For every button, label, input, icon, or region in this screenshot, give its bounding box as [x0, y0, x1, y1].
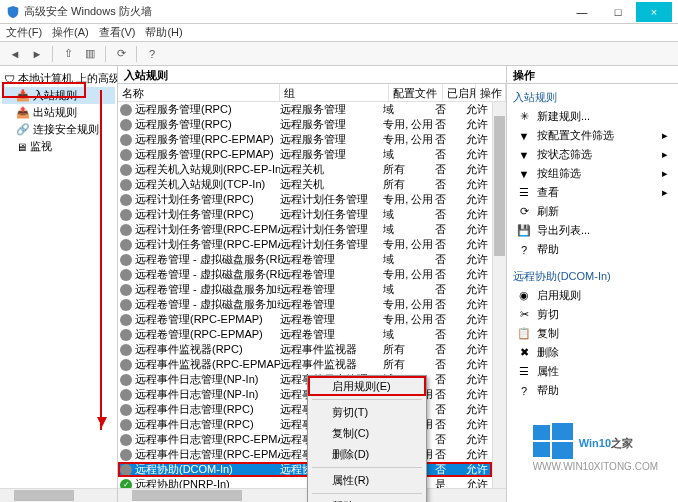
table-row[interactable]: ✓ 远程协助(PNRP-In) 公用 是 允许 — [118, 477, 492, 488]
action-enable-rule[interactable]: ◉启用规则 — [513, 286, 672, 305]
help-icon[interactable]: ? — [143, 45, 161, 63]
table-row[interactable]: 远程事件日志管理(RPC) 远程事件日志管理 域 否 允许 — [118, 402, 492, 417]
ctx-properties[interactable]: 属性(R) — [308, 470, 426, 491]
cell-profile: 专用, 公用 — [383, 267, 435, 282]
table-row[interactable]: 远程卷管理 - 虚拟磁盘服务加载器(RPC) 远程卷管理 域 否 允许 — [118, 282, 492, 297]
status-icon — [120, 284, 132, 296]
table-row[interactable]: 远程卷管理 - 虚拟磁盘服务(RPC) 远程卷管理 专用, 公用 否 允许 — [118, 267, 492, 282]
table-row[interactable]: 远程服务管理(RPC-EPMAP) 远程服务管理 专用, 公用 否 允许 — [118, 132, 492, 147]
action-new-rule[interactable]: ✳新建规则... — [513, 107, 672, 126]
cell-enabled: 否 — [435, 102, 466, 117]
back-button[interactable]: ◄ — [6, 45, 24, 63]
refresh-icon: ⟳ — [517, 205, 531, 219]
cell-name: 远程卷管理 - 虚拟磁盘服务(RPC) — [135, 252, 280, 267]
col-group[interactable]: 组 — [280, 84, 388, 101]
table-row[interactable]: 远程服务管理(RPC-EPMAP) 远程服务管理 域 否 允许 — [118, 147, 492, 162]
table-row[interactable]: 远程事件日志管理(NP-In) 远程事件日志管理 域 否 允许 — [118, 372, 492, 387]
cell-enabled: 否 — [435, 297, 466, 312]
tree-inbound[interactable]: 📥 入站规则 — [2, 87, 115, 104]
action-filter-profile[interactable]: ▼按配置文件筛选▸ — [513, 126, 672, 145]
table-row[interactable]: 远程关机入站规则(RPC-EP-In) 远程关机 所有 否 允许 — [118, 162, 492, 177]
menu-action[interactable]: 操作(A) — [52, 25, 89, 40]
status-icon — [120, 179, 132, 191]
tree-connection[interactable]: 🔗 连接安全规则 — [2, 121, 115, 138]
menu-view[interactable]: 查看(V) — [99, 25, 136, 40]
actions-section2-title: 远程协助(DCOM-In) — [513, 267, 672, 286]
status-icon — [120, 464, 132, 476]
titlebar: 高级安全 Windows 防火墙 — □ × — [0, 0, 678, 24]
col-name[interactable]: 名称 — [118, 84, 280, 101]
table-row[interactable]: 远程计划任务管理(RPC-EPMAP) 远程计划任务管理 域 否 允许 — [118, 222, 492, 237]
cell-enabled: 否 — [435, 192, 466, 207]
view-icon: ☰ — [517, 186, 531, 200]
table-row[interactable]: 远程关机入站规则(TCP-In) 远程关机 所有 否 允许 — [118, 177, 492, 192]
table-row[interactable]: 远程卷管理(RPC-EPMAP) 远程卷管理 专用, 公用 否 允许 — [118, 312, 492, 327]
col-profile[interactable]: 配置文件 — [389, 84, 444, 101]
table-row[interactable]: 远程事件日志管理(RPC) 远程事件日志管理 专用, 公用 否 允许 — [118, 417, 492, 432]
table-row[interactable]: 远程服务管理(RPC) 远程服务管理 专用, 公用 否 允许 — [118, 117, 492, 132]
table-row[interactable]: 远程事件日志管理(NP-In) 远程事件日志管理 专用, 公用 否 允许 — [118, 387, 492, 402]
action-delete[interactable]: ✖删除 — [513, 343, 672, 362]
table-row[interactable]: 远程事件日志管理(RPC-EPMAP) 远程事件日志管理 域 否 允许 — [118, 432, 492, 447]
minimize-button[interactable]: — — [564, 2, 600, 22]
action-help2[interactable]: ?帮助 — [513, 381, 672, 400]
table-row[interactable]: 远程卷管理 - 虚拟磁盘服务加载器(RPC) 远程卷管理 专用, 公用 否 允许 — [118, 297, 492, 312]
action-export[interactable]: 💾导出列表... — [513, 221, 672, 240]
table-row[interactable]: 远程协助(DCOM-In) 远程协助 域 否 允许 — [118, 462, 492, 477]
cell-name: 远程卷管理 - 虚拟磁盘服务加载器(RPC) — [135, 297, 280, 312]
table-row[interactable]: 远程计划任务管理(RPC-EPMAP) 远程计划任务管理 专用, 公用 否 允许 — [118, 237, 492, 252]
help-icon: ? — [517, 384, 531, 398]
up-button[interactable]: ⇧ — [59, 45, 77, 63]
cell-name: 远程计划任务管理(RPC) — [135, 207, 280, 222]
table-row[interactable]: 远程事件监视器(RPC-EPMAP) 远程事件监视器 所有 否 允许 — [118, 357, 492, 372]
action-cut[interactable]: ✂剪切 — [513, 305, 672, 324]
tree-hscroll[interactable] — [0, 488, 117, 502]
cell-group: 远程卷管理 — [280, 282, 383, 297]
action-copy[interactable]: 📋复制 — [513, 324, 672, 343]
action-filter-group[interactable]: ▼按组筛选▸ — [513, 164, 672, 183]
refresh-icon[interactable]: ⟳ — [112, 45, 130, 63]
ctx-enable[interactable]: 启用规则(E) — [308, 376, 426, 397]
menu-help[interactable]: 帮助(H) — [145, 25, 182, 40]
close-button[interactable]: × — [636, 2, 672, 22]
cell-group: 远程计划任务管理 — [280, 222, 383, 237]
table-row[interactable]: 远程卷管理 - 虚拟磁盘服务(RPC) 远程卷管理 域 否 允许 — [118, 252, 492, 267]
ctx-help[interactable]: 帮助(H) — [308, 496, 426, 502]
table-row[interactable]: 远程计划任务管理(RPC) 远程计划任务管理 域 否 允许 — [118, 207, 492, 222]
forward-button[interactable]: ► — [28, 45, 46, 63]
cell-name: 远程协助(DCOM-In) — [135, 462, 280, 477]
menu-file[interactable]: 文件(F) — [6, 25, 42, 40]
table-row[interactable]: 远程计划任务管理(RPC) 远程计划任务管理 专用, 公用 否 允许 — [118, 192, 492, 207]
tree-outbound[interactable]: 📤 出站规则 — [2, 104, 115, 121]
status-icon — [120, 344, 132, 356]
action-view[interactable]: ☰查看▸ — [513, 183, 672, 202]
ctx-delete[interactable]: 删除(D) — [308, 444, 426, 465]
action-filter-state[interactable]: ▼按状态筛选▸ — [513, 145, 672, 164]
tree-monitor[interactable]: 🖥 监视 — [2, 138, 115, 155]
ctx-cut[interactable]: 剪切(T) — [308, 402, 426, 423]
shield-icon — [6, 5, 20, 19]
cell-enabled: 否 — [435, 267, 466, 282]
table-row[interactable]: 远程卷管理(RPC-EPMAP) 远程卷管理 域 否 允许 — [118, 327, 492, 342]
cell-name: 远程服务管理(RPC) — [135, 102, 280, 117]
ctx-copy[interactable]: 复制(C) — [308, 423, 426, 444]
action-refresh[interactable]: ⟳刷新 — [513, 202, 672, 221]
cell-group: 远程服务管理 — [280, 132, 383, 147]
table-row[interactable]: 远程事件监视器(RPC) 远程事件监视器 所有 否 允许 — [118, 342, 492, 357]
cell-name: 远程卷管理 - 虚拟磁盘服务(RPC) — [135, 267, 280, 282]
action-help[interactable]: ?帮助 — [513, 240, 672, 259]
cell-enabled: 否 — [435, 282, 466, 297]
cell-action: 允许 — [466, 357, 490, 372]
table-row[interactable]: 远程事件日志管理(RPC-EPMAP) 远程事件日志管理 专用, 公用 否 允许 — [118, 447, 492, 462]
action-properties[interactable]: ☰属性 — [513, 362, 672, 381]
maximize-button[interactable]: □ — [600, 2, 636, 22]
table-row[interactable]: 远程服务管理(RPC) 远程服务管理 域 否 允许 — [118, 102, 492, 117]
status-icon — [120, 119, 132, 131]
tree-root[interactable]: 🛡 本地计算机 上的高级安全 Win — [2, 70, 115, 87]
rules-vscroll[interactable] — [492, 102, 506, 488]
show-hide-button[interactable]: ▥ — [81, 45, 99, 63]
filter-icon: ▼ — [517, 167, 531, 181]
col-action[interactable]: 操作 — [476, 84, 506, 101]
ctx-sep — [312, 467, 422, 468]
col-enabled[interactable]: 已启用 — [443, 84, 476, 101]
